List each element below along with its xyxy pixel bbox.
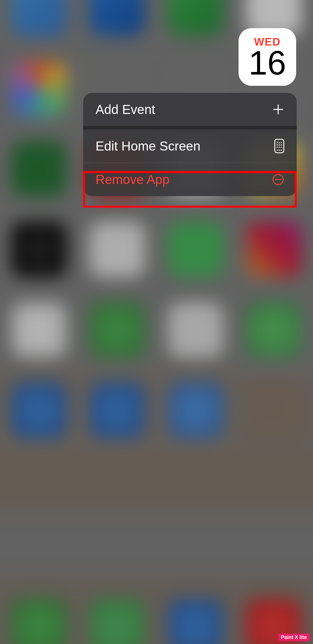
plus-icon bbox=[272, 103, 284, 116]
svg-point-7 bbox=[279, 144, 280, 145]
minus-circle-icon bbox=[272, 173, 284, 186]
svg-point-14 bbox=[281, 150, 282, 151]
menu-item-label: Remove App bbox=[96, 172, 169, 187]
svg-point-8 bbox=[281, 144, 282, 145]
watermark: Paint X lite bbox=[278, 634, 310, 641]
svg-point-11 bbox=[281, 147, 282, 148]
svg-point-5 bbox=[281, 142, 282, 143]
svg-point-13 bbox=[279, 150, 280, 151]
menu-item-edit-home-screen[interactable]: Edit Home Screen bbox=[83, 129, 297, 163]
svg-point-6 bbox=[277, 144, 278, 145]
svg-point-4 bbox=[279, 142, 280, 143]
app-context-menu: Add Event Edit Home Screen bbox=[83, 93, 297, 196]
svg-point-9 bbox=[277, 147, 278, 148]
menu-item-add-event[interactable]: Add Event bbox=[83, 93, 297, 126]
phone-grid-icon bbox=[274, 139, 284, 153]
svg-point-12 bbox=[277, 150, 278, 151]
menu-item-remove-app[interactable]: Remove App bbox=[83, 163, 297, 196]
calendar-app-icon[interactable]: WED 16 bbox=[239, 28, 296, 86]
menu-divider bbox=[83, 126, 297, 129]
svg-point-10 bbox=[279, 147, 280, 148]
svg-point-3 bbox=[277, 142, 278, 143]
calendar-date: 16 bbox=[249, 46, 286, 80]
menu-item-label: Edit Home Screen bbox=[96, 138, 200, 154]
menu-item-label: Add Event bbox=[96, 102, 155, 117]
